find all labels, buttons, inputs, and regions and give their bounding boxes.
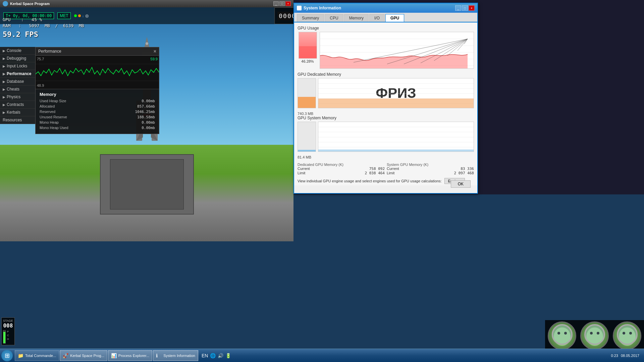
sys-info-titlebar: System Information _ □ ×: [294, 3, 477, 13]
ded-current-row: Current 758 092: [298, 167, 385, 171]
tab-summary[interactable]: Summary: [297, 14, 324, 22]
taskbar-label-process-explorer: Process Explorer...: [118, 354, 149, 358]
sidebar-item-kerbals[interactable]: ▶ Kerbals: [0, 109, 35, 116]
sidebar: ▶ Console ▶ Debugging ▶ Input Locks ▶ Pe…: [0, 47, 35, 124]
perf-header: Performance ×: [36, 47, 159, 56]
taskbar-btn-process-explorer[interactable]: 📊 Process Explorer...: [108, 350, 152, 361]
start-button[interactable]: ⊞: [1, 350, 13, 361]
sidebar-arrow-cheats: ▶: [3, 87, 5, 91]
gpu-content: GPU Usage 46.28%: [294, 22, 477, 185]
gpu-ded-mem-container: ФРИЗ: [298, 78, 474, 108]
taskbar-label-total-commander: Total Commande...: [25, 354, 56, 358]
memory-row-1: Allocated 857.66mb: [40, 104, 155, 109]
ok-button[interactable]: OK: [451, 180, 471, 188]
sidebar-label-console: Console: [7, 48, 21, 53]
crew-helmet-jebediah: [552, 324, 573, 345]
sys-tabs: Summary CPU Memory I/O GPU: [294, 13, 477, 22]
sidebar-item-cheats[interactable]: ▶ Cheats: [0, 85, 35, 93]
sidebar-arrow-physics: ▶: [3, 95, 5, 99]
gpu-sys-mem-side: [298, 122, 316, 152]
crew-portrait-bill: [580, 321, 609, 350]
clock-date: 08.05.2017: [621, 354, 639, 358]
ram-unit1: MB: [45, 23, 50, 28]
sidebar-arrow-database: ▶: [3, 80, 5, 83]
memory-title: Memory: [40, 92, 155, 97]
sidebar-arrow-performance: ▶: [3, 72, 5, 76]
gpu-ded-mem-chart: ФРИЗ: [318, 78, 474, 108]
sidebar-item-database[interactable]: ▶ Database: [0, 78, 35, 85]
ksp-titlebar: Kerbal Space Program _ □ ×: [0, 0, 293, 7]
sysinfo-taskbar-icon: ℹ: [156, 353, 161, 358]
memory-value-1: 857.66mb: [137, 104, 155, 109]
process-explorer-icon: 📊: [111, 353, 116, 358]
crew-helmet-bob: [617, 324, 638, 345]
sidebar-item-console[interactable]: ▶ Console: [0, 47, 35, 55]
memory-value-2: 1046.25mb: [135, 110, 155, 114]
fps-display: 59.2 FPS: [3, 30, 38, 39]
launchpad-surface: [110, 159, 184, 209]
tab-io[interactable]: I/O: [369, 14, 385, 22]
taskbar-btn-total-commander[interactable]: 📁 Total Commande...: [15, 350, 59, 361]
memory-value-0: 0.00mb: [142, 99, 155, 103]
sidebar-item-debugging[interactable]: ▶ Debugging: [0, 55, 35, 62]
sys-minimize-btn[interactable]: _: [455, 5, 461, 11]
ram-value1: 5097: [29, 23, 39, 28]
crew-portrait-jebediah: [548, 321, 576, 350]
taskbar: ⊞ 📁 Total Commande... 🚀 Kerbal Space Pro…: [0, 349, 644, 362]
sys-limit-label: Limit: [387, 171, 394, 175]
engines-info-text: View individual GPU engine usage and sel…: [298, 179, 442, 183]
ram-line: RAM : 5097 MB / 6139 MB: [3, 23, 84, 29]
taskbar-btn-sysinfo[interactable]: ℹ System Information: [153, 350, 198, 361]
sidebar-item-inputlocks[interactable]: ▶ Input Locks: [0, 62, 35, 70]
sidebar-item-performance[interactable]: ▶ Performance: [0, 70, 35, 78]
memory-label-2: Reserved: [40, 110, 55, 114]
ded-limit-value: 2 038 464: [365, 171, 385, 175]
gpu-sys-mem-side-fill: [298, 150, 316, 152]
tab-memory[interactable]: Memory: [344, 14, 369, 22]
gpu-line: GPU : 45 %: [3, 17, 84, 23]
sys-mem-fill: [318, 149, 474, 152]
gpu-ded-mem-stat: 740.3 MB: [298, 112, 474, 116]
perf-title: Performance: [38, 49, 61, 54]
gpu-usage-area: [320, 54, 468, 69]
gpu-usage-container: 46.28%: [298, 32, 474, 69]
gauge-label-p: P: [7, 330, 9, 333]
ded-limit-row: Limit 2 038 464: [298, 171, 385, 175]
memory-label-1: Allocated: [40, 104, 55, 109]
sidebar-item-contracts[interactable]: ▶ Contracts: [0, 101, 35, 109]
sidebar-item-resources[interactable]: Resources: [0, 116, 35, 124]
ksp-minimize-btn[interactable]: _: [273, 1, 279, 6]
gpu-sys-mem-grid: [318, 122, 474, 152]
memory-row-0: Used Heap Size 0.00mb: [40, 99, 155, 103]
gpu-engines-row: View individual GPU engine usage and sel…: [298, 178, 474, 184]
sys-close-btn[interactable]: ×: [469, 5, 475, 11]
sidebar-arrow-debugging: ▶: [3, 57, 5, 60]
sidebar-arrow-kerbals: ▶: [3, 111, 5, 114]
gpu-usage-fill: [299, 46, 317, 58]
sidebar-label-performance: Performance: [7, 71, 31, 76]
ded-gpu-label: Dedicated GPU Memory (K): [298, 163, 385, 167]
gpu-unit: %: [40, 17, 42, 22]
memory-label-4: Mono Heap: [40, 120, 59, 125]
gpu-usage-mini-chart: [299, 32, 317, 59]
gpu-sys-mem-chart: [318, 122, 474, 152]
sys-current-label: Current: [387, 167, 399, 171]
taskbar-btn-ksp[interactable]: 🚀 Kerbal Space Prog...: [60, 350, 107, 361]
sys-info-title: System Information: [304, 6, 341, 10]
svg-line-24: [447, 39, 468, 56]
system-info-window: System Information _ □ × Summary CPU Mem…: [293, 3, 478, 194]
tab-cpu[interactable]: CPU: [325, 14, 343, 22]
gauge-labels: P C H: [7, 330, 9, 344]
ksp-close-btn[interactable]: ×: [285, 1, 291, 6]
perf-graph: 75.7 59.9 48.9: [36, 56, 159, 89]
desktop-area-left: [0, 241, 293, 349]
perf-graph-max: 75.7: [37, 57, 44, 61]
memory-row-2: Reserved 1046.25mb: [40, 110, 155, 114]
ksp-maximize-btn[interactable]: □: [279, 1, 285, 6]
gpu-usage-title: GPU Usage: [298, 26, 474, 31]
sidebar-item-physics[interactable]: ▶ Physics: [0, 93, 35, 101]
perf-close-btn[interactable]: ×: [154, 49, 156, 54]
ded-mem-value: 740.3 MB: [298, 112, 313, 116]
tab-gpu[interactable]: GPU: [385, 14, 404, 22]
sys-maximize-btn[interactable]: □: [462, 5, 468, 11]
